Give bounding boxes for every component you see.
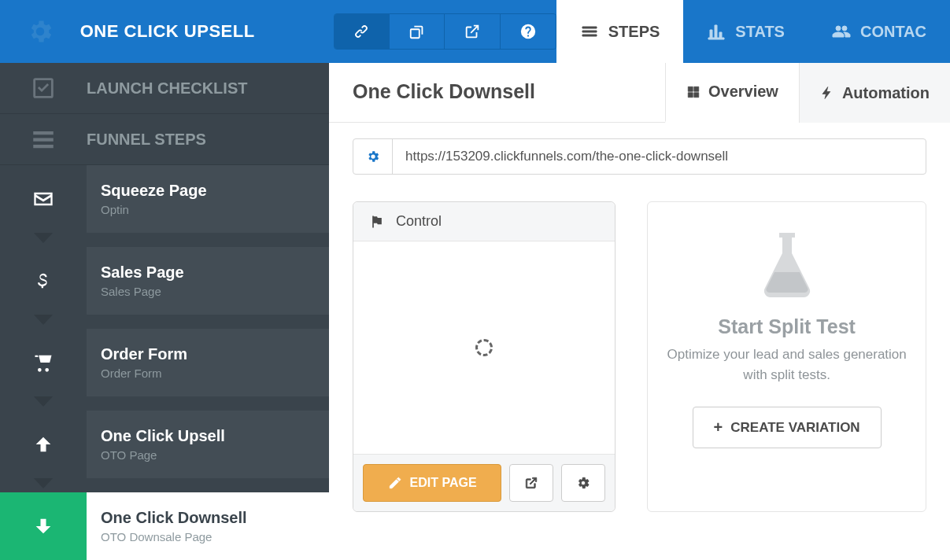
dollar-icon (32, 270, 54, 292)
envelope-icon (32, 188, 54, 210)
settings-gear-area[interactable] (0, 17, 80, 46)
control-card: Control EDIT PAGE (353, 201, 615, 512)
gear-icon (26, 17, 54, 46)
url-settings-button[interactable] (353, 139, 393, 174)
toolbar-link-button[interactable] (335, 14, 390, 49)
tab-steps[interactable]: STEPS (556, 0, 684, 63)
top-tabs: STEPS STATS CONTAC (556, 0, 950, 63)
split-title: Start Split Test (718, 315, 856, 338)
split-test-card: Start Split Test Optimize your lead and … (647, 201, 926, 512)
step-sub: OTO Downsale Page (101, 530, 321, 543)
bar-chart-icon (707, 22, 726, 41)
step-order[interactable]: Order Form Order Form (0, 329, 329, 396)
subtab-overview[interactable]: Overview (665, 63, 799, 123)
page-preview (353, 241, 615, 454)
page-header: One Click Downsell Overview Automation (329, 63, 950, 123)
sub-tabs: Overview Automation (665, 63, 950, 123)
open-external-button[interactable] (509, 464, 553, 502)
plus-icon: + (714, 418, 723, 437)
page-url[interactable]: https://153209.clickfunnels.com/the-one-… (393, 149, 741, 164)
step-connector (0, 233, 87, 247)
step-list: Squeeze Page Optin Sales Page Sales Page… (0, 165, 329, 560)
flask-icon (756, 229, 819, 300)
main-content: One Click Downsell Overview Automation h… (329, 63, 950, 560)
sidebar-funnel-steps[interactable]: FUNNEL STEPS (0, 114, 329, 165)
create-variation-button[interactable]: + CREATE VARIATION (693, 407, 882, 448)
list-icon (580, 22, 599, 41)
launch-checklist-label: LAUNCH CHECKLIST (87, 79, 247, 98)
copy-icon (408, 23, 426, 40)
url-bar: https://153209.clickfunnels.com/the-one-… (329, 123, 950, 175)
users-icon (832, 22, 851, 41)
edit-page-button[interactable]: EDIT PAGE (363, 464, 501, 502)
page-title: One Click Downsell (329, 63, 559, 122)
step-sub: Optin (101, 203, 321, 216)
bolt-icon (820, 86, 834, 100)
step-title: One Click Downsell (101, 509, 321, 527)
step-sub: OTO Page (101, 448, 321, 462)
step-title: Order Form (101, 345, 321, 363)
step-connector (0, 396, 87, 411)
control-label: Control (396, 213, 442, 230)
tab-steps-label: STEPS (608, 23, 660, 41)
toolbar-copy-button[interactable] (390, 14, 445, 49)
top-toolbar (334, 13, 556, 50)
external-link-icon (524, 476, 538, 490)
sidebar-launch-checklist[interactable]: LAUNCH CHECKLIST (0, 63, 329, 114)
step-squeeze[interactable]: Squeeze Page Optin (0, 165, 329, 233)
loading-spinner-icon (475, 339, 493, 356)
step-title: Squeeze Page (101, 182, 321, 200)
arrow-up-icon (32, 433, 54, 455)
tab-stats-label: STATS (735, 23, 785, 41)
flag-icon (369, 214, 385, 230)
external-link-icon (464, 23, 481, 40)
tab-contacts-label: CONTAC (860, 23, 926, 41)
step-sales[interactable]: Sales Page Sales Page (0, 247, 329, 315)
subtab-automation[interactable]: Automation (799, 63, 950, 123)
gear-icon (576, 476, 590, 490)
top-header: ONE CLICK UPSELL STEPS STATS CONTAC (0, 0, 950, 63)
step-sub: Sales Page (101, 285, 321, 298)
toolbar-help-button[interactable] (501, 14, 556, 49)
step-title: Sales Page (101, 263, 321, 282)
step-sub: Order Form (101, 367, 321, 380)
arrow-down-icon (32, 515, 54, 537)
sidebar: LAUNCH CHECKLIST FUNNEL STEPS Squeeze Pa… (0, 63, 329, 560)
grid-icon (686, 85, 700, 99)
step-upsell[interactable]: One Click Upsell OTO Page (0, 411, 329, 478)
step-connector (0, 315, 87, 329)
tab-contacts[interactable]: CONTAC (808, 0, 950, 63)
page-settings-button[interactable] (561, 464, 605, 502)
step-title: One Click Upsell (101, 427, 321, 445)
checkbox-icon (30, 75, 57, 101)
split-subtitle: Optimize your lead and sales generation … (667, 344, 907, 385)
link-icon (353, 23, 370, 40)
create-variation-label: CREATE VARIATION (730, 420, 859, 436)
funnel-steps-label: FUNNEL STEPS (87, 131, 206, 149)
brand-title: ONE CLICK UPSELL (80, 21, 255, 42)
cart-icon (32, 352, 54, 374)
step-connector (0, 478, 87, 492)
tab-stats[interactable]: STATS (683, 0, 808, 63)
help-icon (519, 23, 537, 40)
step-downsell[interactable]: One Click Downsell OTO Downsale Page (0, 492, 329, 560)
gear-icon (366, 149, 380, 164)
menu-icon (30, 126, 57, 153)
toolbar-external-button[interactable] (445, 14, 500, 49)
edit-page-label: EDIT PAGE (410, 476, 477, 490)
subtab-label: Overview (708, 83, 778, 101)
subtab-label: Automation (842, 84, 930, 102)
edit-icon (388, 476, 402, 490)
